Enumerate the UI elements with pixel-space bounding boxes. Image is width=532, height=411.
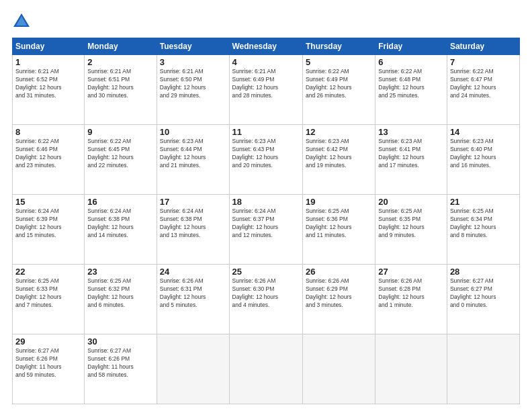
calendar-day-28: 28Sunrise: 6:27 AM Sunset: 6:27 PM Dayli… — [447, 265, 519, 334]
logo — [12, 12, 34, 31]
day-number: 7 — [450, 57, 517, 67]
calendar-day-1: 1Sunrise: 6:21 AM Sunset: 6:52 PM Daylig… — [13, 55, 85, 125]
calendar-day-27: 27Sunrise: 6:26 AM Sunset: 6:28 PM Dayli… — [375, 265, 447, 334]
day-info: Sunrise: 6:27 AM Sunset: 6:26 PM Dayligh… — [87, 347, 153, 379]
logo-icon — [12, 12, 31, 31]
day-info: Sunrise: 6:23 AM Sunset: 6:44 PM Dayligh… — [160, 138, 226, 170]
page: Sunday Monday Tuesday Wednesday Thursday… — [0, 0, 532, 411]
day-number: 24 — [160, 267, 226, 277]
day-info: Sunrise: 6:21 AM Sunset: 6:51 PM Dayligh… — [87, 68, 153, 100]
header — [12, 12, 520, 31]
day-number: 10 — [160, 127, 226, 137]
day-number: 30 — [87, 336, 153, 347]
calendar-day-12: 12Sunrise: 6:23 AM Sunset: 6:42 PM Dayli… — [302, 125, 375, 195]
day-number: 18 — [232, 197, 300, 207]
calendar-day-18: 18Sunrise: 6:24 AM Sunset: 6:37 PM Dayli… — [229, 195, 302, 265]
day-info: Sunrise: 6:21 AM Sunset: 6:52 PM Dayligh… — [15, 68, 81, 100]
col-monday: Monday — [85, 38, 157, 55]
calendar-day-2: 2Sunrise: 6:21 AM Sunset: 6:51 PM Daylig… — [85, 55, 157, 125]
day-number: 16 — [87, 197, 153, 207]
calendar-day-5: 5Sunrise: 6:22 AM Sunset: 6:49 PM Daylig… — [302, 55, 375, 125]
calendar-day-11: 11Sunrise: 6:23 AM Sunset: 6:43 PM Dayli… — [229, 125, 302, 195]
day-number: 6 — [378, 57, 444, 67]
empty-cell — [302, 334, 375, 404]
calendar-day-26: 26Sunrise: 6:26 AM Sunset: 6:29 PM Dayli… — [302, 265, 375, 334]
calendar-week-1: 1Sunrise: 6:21 AM Sunset: 6:52 PM Daylig… — [13, 55, 520, 125]
day-info: Sunrise: 6:23 AM Sunset: 6:40 PM Dayligh… — [450, 138, 517, 170]
col-sunday: Sunday — [13, 38, 85, 55]
day-info: Sunrise: 6:25 AM Sunset: 6:36 PM Dayligh… — [306, 208, 372, 240]
day-number: 29 — [15, 336, 81, 347]
day-number: 21 — [450, 197, 517, 207]
calendar-day-19: 19Sunrise: 6:25 AM Sunset: 6:36 PM Dayli… — [302, 195, 375, 265]
col-thursday: Thursday — [302, 38, 375, 55]
col-wednesday: Wednesday — [229, 38, 302, 55]
empty-cell — [447, 334, 519, 404]
day-number: 20 — [378, 197, 444, 207]
empty-cell — [229, 334, 302, 404]
day-number: 5 — [306, 57, 372, 67]
day-info: Sunrise: 6:24 AM Sunset: 6:38 PM Dayligh… — [87, 208, 153, 240]
day-number: 17 — [160, 197, 226, 207]
day-number: 23 — [87, 267, 153, 277]
calendar-day-17: 17Sunrise: 6:24 AM Sunset: 6:38 PM Dayli… — [157, 195, 229, 265]
calendar-day-22: 22Sunrise: 6:25 AM Sunset: 6:33 PM Dayli… — [13, 265, 85, 334]
day-number: 22 — [15, 267, 81, 277]
day-number: 14 — [450, 127, 517, 137]
calendar-week-2: 8Sunrise: 6:22 AM Sunset: 6:46 PM Daylig… — [13, 125, 520, 195]
day-info: Sunrise: 6:21 AM Sunset: 6:50 PM Dayligh… — [160, 68, 226, 100]
day-info: Sunrise: 6:25 AM Sunset: 6:35 PM Dayligh… — [378, 208, 444, 240]
calendar-day-30: 30Sunrise: 6:27 AM Sunset: 6:26 PM Dayli… — [85, 334, 157, 404]
calendar-day-3: 3Sunrise: 6:21 AM Sunset: 6:50 PM Daylig… — [157, 55, 229, 125]
calendar-day-20: 20Sunrise: 6:25 AM Sunset: 6:35 PM Dayli… — [375, 195, 447, 265]
day-info: Sunrise: 6:24 AM Sunset: 6:37 PM Dayligh… — [232, 208, 300, 240]
day-info: Sunrise: 6:25 AM Sunset: 6:34 PM Dayligh… — [450, 208, 517, 240]
calendar-day-25: 25Sunrise: 6:26 AM Sunset: 6:30 PM Dayli… — [229, 265, 302, 334]
day-number: 13 — [378, 127, 444, 137]
day-number: 4 — [232, 57, 300, 67]
day-info: Sunrise: 6:21 AM Sunset: 6:49 PM Dayligh… — [232, 68, 300, 100]
calendar-day-21: 21Sunrise: 6:25 AM Sunset: 6:34 PM Dayli… — [447, 195, 519, 265]
calendar-day-24: 24Sunrise: 6:26 AM Sunset: 6:31 PM Dayli… — [157, 265, 229, 334]
header-row: Sunday Monday Tuesday Wednesday Thursday… — [13, 38, 520, 55]
empty-cell — [375, 334, 447, 404]
calendar-day-14: 14Sunrise: 6:23 AM Sunset: 6:40 PM Dayli… — [447, 125, 519, 195]
day-number: 9 — [87, 127, 153, 137]
calendar-day-7: 7Sunrise: 6:22 AM Sunset: 6:47 PM Daylig… — [447, 55, 519, 125]
calendar-day-15: 15Sunrise: 6:24 AM Sunset: 6:39 PM Dayli… — [13, 195, 85, 265]
calendar-day-23: 23Sunrise: 6:25 AM Sunset: 6:32 PM Dayli… — [85, 265, 157, 334]
day-number: 28 — [450, 267, 517, 277]
day-info: Sunrise: 6:24 AM Sunset: 6:39 PM Dayligh… — [15, 208, 81, 240]
calendar-day-29: 29Sunrise: 6:27 AM Sunset: 6:26 PM Dayli… — [13, 334, 85, 404]
col-friday: Friday — [375, 38, 447, 55]
day-info: Sunrise: 6:25 AM Sunset: 6:33 PM Dayligh… — [15, 277, 81, 310]
calendar-week-5: 29Sunrise: 6:27 AM Sunset: 6:26 PM Dayli… — [13, 334, 520, 404]
calendar-day-8: 8Sunrise: 6:22 AM Sunset: 6:46 PM Daylig… — [13, 125, 85, 195]
day-info: Sunrise: 6:23 AM Sunset: 6:42 PM Dayligh… — [306, 138, 372, 170]
day-info: Sunrise: 6:27 AM Sunset: 6:26 PM Dayligh… — [15, 347, 81, 379]
calendar-day-6: 6Sunrise: 6:22 AM Sunset: 6:48 PM Daylig… — [375, 55, 447, 125]
day-number: 11 — [232, 127, 300, 137]
day-info: Sunrise: 6:22 AM Sunset: 6:49 PM Dayligh… — [306, 68, 372, 100]
day-info: Sunrise: 6:22 AM Sunset: 6:46 PM Dayligh… — [15, 138, 81, 170]
calendar-day-16: 16Sunrise: 6:24 AM Sunset: 6:38 PM Dayli… — [85, 195, 157, 265]
col-tuesday: Tuesday — [157, 38, 229, 55]
calendar-week-3: 15Sunrise: 6:24 AM Sunset: 6:39 PM Dayli… — [13, 195, 520, 265]
day-number: 26 — [306, 267, 372, 277]
day-info: Sunrise: 6:23 AM Sunset: 6:41 PM Dayligh… — [378, 138, 444, 170]
day-number: 2 — [87, 57, 153, 67]
day-info: Sunrise: 6:23 AM Sunset: 6:43 PM Dayligh… — [232, 138, 300, 170]
day-info: Sunrise: 6:26 AM Sunset: 6:29 PM Dayligh… — [306, 277, 372, 310]
day-info: Sunrise: 6:25 AM Sunset: 6:32 PM Dayligh… — [87, 277, 153, 310]
calendar-week-4: 22Sunrise: 6:25 AM Sunset: 6:33 PM Dayli… — [13, 265, 520, 334]
col-saturday: Saturday — [447, 38, 519, 55]
calendar-table: Sunday Monday Tuesday Wednesday Thursday… — [12, 38, 520, 404]
day-number: 19 — [306, 197, 372, 207]
day-number: 8 — [15, 127, 81, 137]
day-number: 3 — [160, 57, 226, 67]
day-info: Sunrise: 6:22 AM Sunset: 6:48 PM Dayligh… — [378, 68, 444, 100]
day-info: Sunrise: 6:27 AM Sunset: 6:27 PM Dayligh… — [450, 277, 517, 310]
calendar-day-13: 13Sunrise: 6:23 AM Sunset: 6:41 PM Dayli… — [375, 125, 447, 195]
day-number: 15 — [15, 197, 81, 207]
empty-cell — [157, 334, 229, 404]
